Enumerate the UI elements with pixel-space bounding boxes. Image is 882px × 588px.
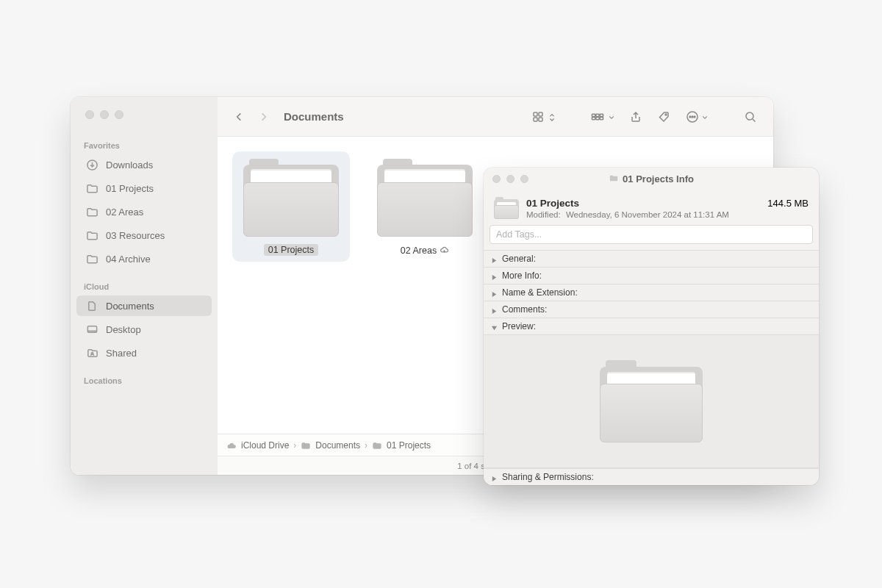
cloud-download-icon [440,245,449,257]
disclosure-right-icon [491,256,498,262]
sidebar-item-downloads[interactable]: Downloads [76,154,212,175]
info-item-name: 01 Projects [526,198,760,209]
locations-heading: Locations [71,372,218,388]
nav-forward-button[interactable] [254,107,273,126]
tags-placeholder: Add Tags... [496,229,542,240]
shared-folder-icon [85,346,98,359]
path-segment[interactable]: 01 Projects [387,440,431,451]
sidebar: Favorites Downloads 01 Projects 02 Areas… [71,97,218,475]
minimize-dot[interactable] [506,175,514,183]
folder-icon [609,173,619,185]
folder-icon [85,229,98,242]
search-button[interactable] [739,107,761,126]
section-preview[interactable]: Preview: [484,318,819,335]
folder-icon [243,157,339,237]
disclosure-right-icon [491,290,498,296]
folder-icon [372,440,382,451]
modified-label: Modified: [526,210,561,219]
view-mode-button[interactable] [528,107,560,126]
section-name-extension[interactable]: Name & Extension: [484,284,819,301]
section-label: General: [502,254,536,264]
sidebar-item-02-areas[interactable]: 02 Areas [76,201,212,222]
group-by-button[interactable] [587,107,619,126]
window-title: Documents [284,110,344,123]
window-controls [484,175,528,183]
info-titlebar: 01 Projects Info [484,168,819,190]
toolbar: Documents [218,97,773,137]
disclosure-right-icon [491,306,498,313]
download-icon [85,158,98,171]
info-header: 01 Projects Modified: Wednesday, 6 Novem… [484,190,819,225]
folder-item-02-areas[interactable]: 02 Areas [366,151,484,263]
path-segment[interactable]: iCloud Drive [241,440,289,451]
close-dot[interactable] [85,110,94,119]
sidebar-item-label: Downloads [106,159,153,171]
sidebar-item-03-resources[interactable]: 03 Resources [76,225,212,245]
section-label: Preview: [502,321,536,331]
tags-input[interactable]: Add Tags... [490,225,813,244]
nav-back-button[interactable] [229,107,248,126]
sidebar-item-label: 03 Resources [106,230,165,241]
folder-icon [377,157,473,237]
folder-icon [85,182,98,195]
sidebar-item-label: Desktop [106,324,141,335]
action-menu-button[interactable] [681,107,713,126]
favorites-heading: Favorites [71,137,218,153]
section-comments[interactable]: Comments: [484,301,819,318]
folder-item-01-projects[interactable]: 01 Projects [232,151,350,262]
minimize-dot[interactable] [100,110,109,119]
section-label: Name & Extension: [502,287,578,298]
sidebar-item-label: Shared [106,348,137,359]
sidebar-item-label: 01 Projects [106,183,154,194]
icloud-heading: iCloud [71,278,218,294]
zoom-dot[interactable] [520,175,528,183]
sidebar-item-label: 04 Archive [106,254,151,265]
preview-area [484,335,819,468]
sidebar-item-label: Documents [106,301,154,312]
disclosure-down-icon [491,323,498,330]
section-more-info[interactable]: More Info: [484,268,819,284]
folder-preview-icon [600,360,703,442]
sidebar-item-label: 02 Areas [106,207,143,218]
info-window-title: 01 Projects Info [623,173,694,184]
section-label: Sharing & Permissions: [502,472,594,482]
modified-value: Wednesday, 6 November 2024 at 11:31 AM [566,210,729,219]
sidebar-item-documents[interactable]: Documents [76,295,212,316]
share-button[interactable] [625,107,647,126]
sidebar-item-04-archive[interactable]: 04 Archive [76,248,212,269]
sidebar-item-01-projects[interactable]: 01 Projects [76,178,212,198]
icloud-icon [226,440,237,451]
desktop-icon [85,323,98,336]
folder-icon [494,197,519,219]
window-controls [71,97,218,137]
info-sections: General: More Info: Name & Extension: Co… [484,250,819,335]
disclosure-right-icon [491,474,498,481]
close-dot[interactable] [492,175,501,183]
folder-label: 02 Areas [401,245,437,256]
document-icon [85,299,98,312]
sidebar-item-desktop[interactable]: Desktop [76,319,212,340]
section-label: More Info: [502,270,542,281]
info-size: 144.5 MB [767,198,808,209]
folder-label: 01 Projects [268,245,315,255]
path-segment[interactable]: Documents [315,440,360,451]
folder-icon [85,252,98,265]
folder-icon [301,440,311,451]
get-info-window: 01 Projects Info 01 Projects Modified: W… [484,168,819,485]
zoom-dot[interactable] [115,110,123,119]
section-label: Comments: [502,304,547,315]
section-sharing-permissions[interactable]: Sharing & Permissions: [484,468,819,485]
section-general[interactable]: General: [484,251,819,268]
tags-button[interactable] [653,107,675,126]
disclosure-right-icon [491,273,498,279]
sidebar-item-shared[interactable]: Shared [76,343,212,363]
folder-icon [85,205,98,218]
